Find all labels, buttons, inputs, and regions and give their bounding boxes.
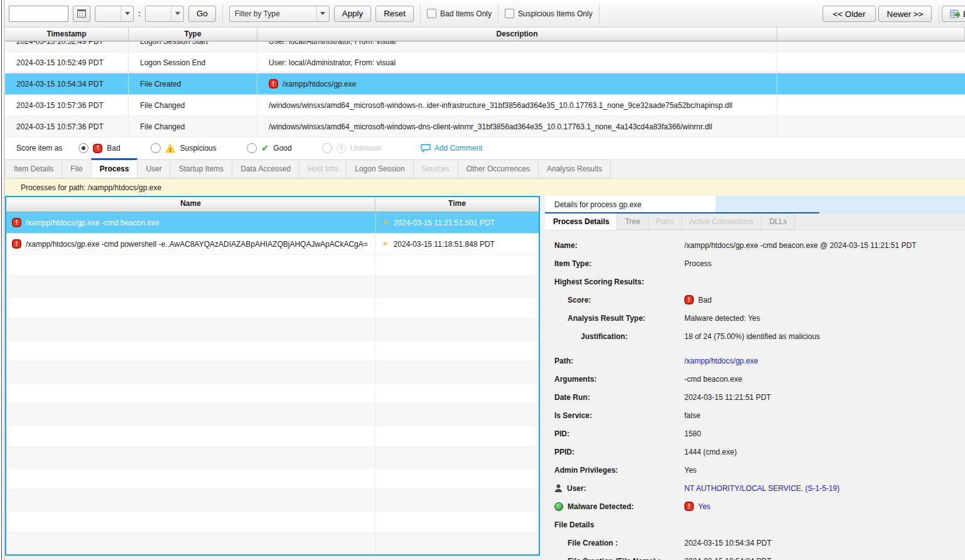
minute-select[interactable] bbox=[145, 6, 184, 22]
process-col-time[interactable]: Time bbox=[375, 197, 539, 212]
filter-by-type-label: Filter by Type bbox=[230, 9, 316, 18]
detail-row: Arguments: !-cmd beacon.exe bbox=[545, 370, 965, 388]
bad-items-only-checkbox-group[interactable]: Bad Items Only bbox=[427, 9, 492, 18]
table-row[interactable]: 2024-03-15 10:57:36 PDT File Changed !/w… bbox=[5, 95, 965, 116]
warning-icon bbox=[165, 144, 176, 153]
score-bar-label: Score item as bbox=[16, 144, 62, 153]
table-row[interactable]: 2024-03-15 10:52:49 PDT Logon Session St… bbox=[5, 41, 965, 52]
detail-row: File Creation (File Name) : !2024-03-15 … bbox=[545, 552, 965, 560]
detail-row: PPID: !1444 (cmd.exe) bbox=[545, 443, 965, 461]
table-row-empty bbox=[6, 532, 539, 554]
table-row-empty bbox=[6, 340, 539, 362]
table-row-empty bbox=[6, 468, 539, 490]
score-radio-suspicious[interactable]: Suspicious bbox=[151, 143, 217, 153]
score-option-label: Unknown bbox=[350, 144, 382, 153]
table-row-empty bbox=[6, 298, 539, 319]
date-input[interactable] bbox=[9, 6, 68, 22]
detail-value-link[interactable]: Yes bbox=[698, 502, 711, 511]
add-comment-link[interactable]: Add Comment bbox=[421, 144, 483, 153]
details-title-band: Details for process gp.exe bbox=[545, 196, 965, 213]
tab-file[interactable]: File bbox=[62, 159, 91, 178]
table-row-empty bbox=[6, 319, 539, 340]
detail-row: Malware Detected: !Yes bbox=[545, 497, 965, 515]
table-row-empty bbox=[6, 490, 539, 511]
tab-other-occurrences[interactable]: Other Occurrences bbox=[458, 159, 539, 178]
go-button[interactable]: Go bbox=[188, 6, 216, 22]
bad-items-only-label: Bad Items Only bbox=[440, 9, 492, 18]
suspicious-items-only-label: Suspicious Items Only bbox=[518, 9, 593, 18]
tab-process[interactable]: Process bbox=[91, 158, 138, 178]
tab-item-details[interactable]: Item Details bbox=[5, 159, 62, 178]
table-row[interactable]: !/xampp/htdocs/gp.exe -cmd powershell -e… bbox=[6, 234, 539, 255]
details-tab-process-details[interactable]: Process Details bbox=[545, 213, 617, 230]
score-radio-good[interactable]: ✔ Good bbox=[247, 143, 292, 153]
tab-startup-items[interactable]: Startup Items bbox=[170, 159, 232, 178]
sun-icon: ☀ bbox=[382, 218, 389, 227]
toolbar-separator bbox=[939, 6, 939, 24]
detail-row: User: !NT AUTHORITY/LOCAL SERVICE. (S-1-… bbox=[545, 479, 965, 497]
details-title-tab[interactable]: Details for process gp.exe bbox=[545, 196, 716, 213]
window-left-edge bbox=[0, 0, 4, 560]
detail-row: Name: !/xampp/htdocs/gp.exe -cmd beacon.… bbox=[545, 236, 965, 254]
detail-value-link[interactable]: /xampp/htdocs/gp.exe bbox=[684, 357, 758, 365]
timeline-header: Timestamp Type Description bbox=[5, 28, 965, 41]
bad-items-only-checkbox[interactable] bbox=[427, 9, 436, 18]
tab-data-accessed[interactable]: Data Accessed bbox=[232, 159, 299, 178]
radio-button[interactable] bbox=[78, 143, 89, 153]
detail-row: Admin Privileges: !Yes bbox=[545, 461, 965, 479]
score-option-label: Bad bbox=[107, 144, 120, 153]
radio-button[interactable] bbox=[151, 143, 161, 153]
detail-row: File Creation : !2024-03-15 10:54:34 PDT bbox=[545, 534, 965, 552]
details-tab-tree[interactable]: Tree bbox=[617, 213, 648, 230]
timeline-col-type[interactable]: Type bbox=[129, 28, 257, 41]
score-option-label: Good bbox=[273, 144, 291, 153]
filter-by-type-select[interactable]: Filter by Type bbox=[229, 6, 330, 22]
table-row[interactable]: 2024-03-15 10:57:36 PDT File Changed !/w… bbox=[5, 116, 965, 137]
tab-host-info: Host Info bbox=[299, 159, 347, 178]
reset-button[interactable]: Reset bbox=[375, 6, 414, 22]
suspicious-items-only-checkbox-group[interactable]: Suspicious Items Only bbox=[505, 9, 593, 18]
process-col-name[interactable]: Name bbox=[6, 197, 375, 212]
add-comment-label: Add Comment bbox=[434, 144, 483, 153]
detail-row: Highest Scoring Results: ! bbox=[545, 272, 965, 291]
good-check-icon: ✔ bbox=[261, 144, 269, 153]
table-row[interactable]: 2024-03-15 10:52:49 PDT Logon Session En… bbox=[5, 52, 965, 73]
export-button[interactable]: Exp bbox=[942, 6, 965, 22]
timeline-col-description[interactable]: Description bbox=[257, 28, 777, 41]
table-row-empty bbox=[6, 404, 539, 426]
time-colon: : bbox=[138, 9, 141, 18]
user-icon bbox=[554, 484, 563, 493]
tab-logon-session[interactable]: Logon Session bbox=[346, 159, 413, 178]
details-panel: Details for process gp.exe Process Detai… bbox=[545, 196, 965, 560]
details-title-underline bbox=[545, 212, 819, 213]
timeline-col-timestamp[interactable]: Timestamp bbox=[5, 28, 129, 41]
detail-row: PID: !1580 bbox=[545, 424, 965, 443]
score-bar: Score item as ! Bad Suspicious ✔ Good ? … bbox=[5, 137, 965, 159]
details-title: Details for process gp.exe bbox=[554, 200, 642, 209]
detail-value-link[interactable]: NT AUTHORITY/LOCAL SERVICE. (S-1-5-19) bbox=[684, 484, 839, 493]
sun-icon: ☀ bbox=[382, 240, 389, 248]
toolbar: : Go Filter by Type Apply Reset Bad Item… bbox=[5, 0, 965, 28]
newer-button[interactable]: Newer >> bbox=[878, 6, 932, 22]
apply-button[interactable]: Apply bbox=[334, 6, 371, 22]
table-row[interactable]: 2024-03-15 10:54:34 PDT File Created !/x… bbox=[5, 73, 965, 95]
detail-row: Score: !Bad bbox=[545, 291, 965, 309]
table-row[interactable]: !/xampp/htdocs/gp.exe -cmd beacon.exe ☀2… bbox=[6, 212, 539, 234]
hour-select[interactable] bbox=[95, 6, 134, 22]
tab-analysis-results[interactable]: Analysis Results bbox=[538, 159, 611, 178]
older-button[interactable]: << Older bbox=[822, 6, 876, 22]
table-row-empty bbox=[6, 511, 539, 532]
suspicious-items-only-checkbox[interactable] bbox=[505, 9, 514, 18]
tab-user[interactable]: User bbox=[137, 159, 170, 178]
process-path-label: Processes for path: /xampp/htdocs/gp.exe bbox=[21, 183, 161, 192]
chevron-down-icon bbox=[316, 6, 329, 21]
table-row-empty bbox=[6, 276, 539, 298]
radio-button[interactable] bbox=[247, 143, 257, 153]
radio-button[interactable] bbox=[322, 143, 332, 153]
score-radio-bad[interactable]: ! Bad bbox=[78, 143, 120, 153]
tab-sources: Sources bbox=[413, 159, 458, 178]
calendar-button[interactable] bbox=[73, 6, 90, 22]
export-icon bbox=[950, 9, 960, 19]
score-option-label: Suspicious bbox=[180, 144, 217, 153]
details-tab-dlls[interactable]: DLLs bbox=[761, 213, 795, 230]
